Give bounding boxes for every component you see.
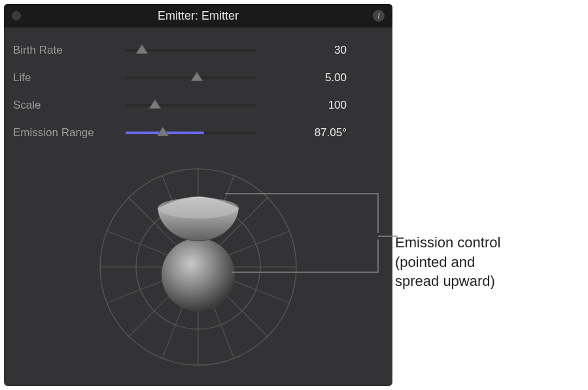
param-row-birth-rate: Birth Rate 30	[4, 37, 392, 64]
annotation-line: (pointed and	[395, 253, 578, 272]
close-icon[interactable]	[12, 11, 21, 20]
param-row-scale: Scale 100	[4, 92, 392, 119]
emission-range-slider[interactable]	[126, 126, 256, 139]
param-label: Emission Range	[13, 126, 126, 139]
param-row-emission-range: Emission Range 87.05°	[4, 119, 392, 147]
annotation-line: Emission control	[395, 233, 578, 253]
emission-direction-dial[interactable]	[94, 162, 303, 372]
param-row-life: Life 5.00	[4, 64, 392, 92]
parameter-list: Birth Rate 30 Life 5.00 Scale 100 E	[4, 27, 392, 147]
emission-control-annotation: Emission control (pointed and spread upw…	[395, 233, 578, 291]
emission-dial-area	[4, 151, 392, 373]
birth-rate-slider[interactable]	[126, 44, 256, 57]
scale-value[interactable]: 100	[256, 99, 383, 112]
svg-point-10	[162, 238, 235, 311]
emission-range-value[interactable]: 87.05°	[256, 126, 383, 139]
info-icon[interactable]: i	[373, 10, 385, 22]
svg-point-11	[158, 198, 239, 219]
scale-slider[interactable]	[126, 99, 256, 112]
birth-rate-value[interactable]: 30	[256, 44, 383, 57]
param-label: Birth Rate	[13, 44, 126, 57]
param-label: Scale	[13, 99, 126, 112]
life-value[interactable]: 5.00	[256, 71, 383, 84]
life-slider[interactable]	[126, 71, 256, 84]
annotation-line: spread upward)	[395, 272, 578, 291]
emitter-panel: Emitter: Emitter i Birth Rate 30 Life 5.…	[4, 4, 392, 386]
titlebar: Emitter: Emitter i	[4, 4, 392, 27]
panel-title: Emitter: Emitter	[158, 9, 239, 23]
param-label: Life	[13, 71, 126, 84]
